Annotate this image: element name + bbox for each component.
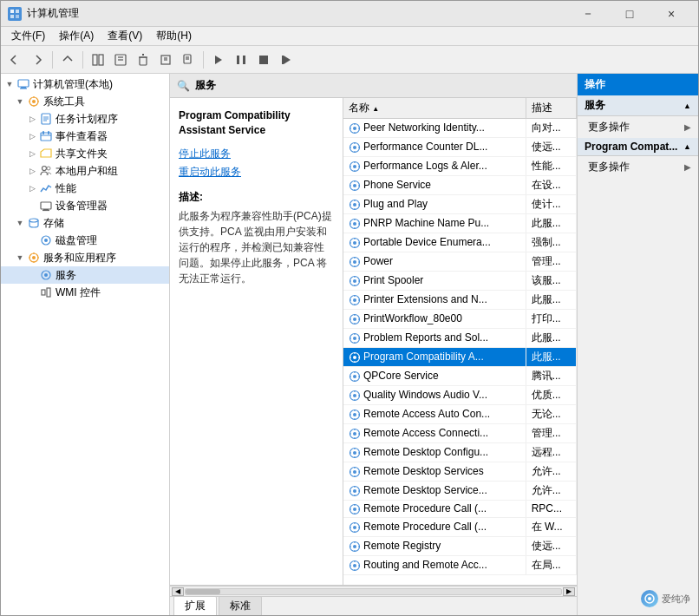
expander-shared[interactable]: ▷ <box>25 147 39 161</box>
service-icon <box>349 141 363 153</box>
sidebar-item-device-manager[interactable]: 设备管理器 <box>1 197 169 214</box>
sidebar-item-performance[interactable]: ▷ 性能 <box>1 180 169 197</box>
sidebar-item-services-apps[interactable]: ▼ 服务和应用程序 <box>1 249 169 266</box>
pause-service-button[interactable] <box>231 49 252 70</box>
service-desc-cell: 在局... <box>526 555 576 574</box>
sidebar-item-wmi[interactable]: WMI 控件 <box>1 284 169 301</box>
services-apps-icon <box>27 251 41 265</box>
restart-service-button[interactable] <box>276 49 297 70</box>
maximize-button[interactable]: □ <box>610 1 650 27</box>
services-list[interactable]: 名称 ▲ 描述 Peer Networking Identity...向对...… <box>343 98 577 585</box>
sidebar-item-disk-management[interactable]: 磁盘管理 <box>1 232 169 249</box>
minimize-button[interactable]: － <box>568 1 608 27</box>
action-more-program[interactable]: 更多操作 ▶ <box>578 156 698 178</box>
scroll-right-btn[interactable]: ▶ <box>563 587 575 596</box>
computer-icon <box>16 77 30 91</box>
table-row[interactable]: Remote Desktop Configu...远程... <box>343 443 577 462</box>
svg-point-186 <box>353 526 356 529</box>
table-row[interactable]: PNRP Machine Name Pu...此服... <box>343 214 577 233</box>
table-row[interactable]: Remote Procedure Call (...在 W... <box>343 517 577 536</box>
table-row[interactable]: Remote Access Auto Con...无论... <box>343 405 577 424</box>
sidebar-item-task-scheduler[interactable]: ▷ 任务计划程序 <box>1 110 169 128</box>
expander-system[interactable]: ▼ <box>13 95 27 108</box>
table-row[interactable]: PrintWorkflow_80e00打印... <box>343 310 577 329</box>
close-button[interactable]: × <box>651 1 691 27</box>
service-name-cell: Routing and Remote Acc... <box>343 555 526 574</box>
table-row[interactable]: Printer Extensions and N...此服... <box>343 291 577 310</box>
service-desc-cell: RPC... <box>526 501 576 518</box>
sidebar-item-services[interactable]: 服务 <box>1 266 169 284</box>
expander-perf[interactable]: ▷ <box>25 181 39 195</box>
center-panel: 🔍 服务 Program Compatibility Assistant Ser… <box>170 74 577 615</box>
stop-service-link[interactable]: 停止此服务 <box>179 147 334 161</box>
service-desc-cell: 管理... <box>526 252 576 272</box>
table-row[interactable]: Portable Device Enumera...强制... <box>343 233 577 252</box>
table-row[interactable]: Remote Registry使远... <box>343 536 577 555</box>
table-row[interactable]: Remote Desktop Service...允许... <box>343 482 577 501</box>
col-desc[interactable]: 描述 <box>526 98 576 119</box>
sort-arrow-name: ▲ <box>372 105 379 113</box>
stop-service-button[interactable] <box>253 49 274 70</box>
expander-computer[interactable]: ▼ <box>3 77 16 91</box>
service-name-cell: Program Compatibility A... <box>343 348 526 367</box>
col-name[interactable]: 名称 ▲ <box>343 98 526 119</box>
svg-rect-37 <box>41 133 51 141</box>
start-service-button[interactable] <box>208 49 229 70</box>
scroll-left-btn[interactable]: ◀ <box>172 587 184 596</box>
expander-services-apps[interactable]: ▼ <box>13 251 27 265</box>
sidebar-item-shared-folders[interactable]: ▷ 共享文件夹 <box>1 145 169 162</box>
menu-view[interactable]: 查看(V) <box>101 27 149 45</box>
expander-users[interactable]: ▷ <box>25 164 39 178</box>
table-row[interactable]: Performance Counter DL...使远... <box>343 138 577 157</box>
new-button[interactable] <box>178 49 199 70</box>
menu-help[interactable]: 帮助(H) <box>149 27 199 45</box>
tab-standard[interactable]: 标准 <box>219 596 262 615</box>
table-row[interactable]: Peer Networking Identity...向对... <box>343 119 577 138</box>
sidebar-item-computer[interactable]: ▼ 计算机管理(本地) <box>1 75 169 93</box>
action-more-services[interactable]: 更多操作 ▶ <box>578 116 698 138</box>
table-row[interactable]: Problem Reports and Sol...此服... <box>343 329 577 348</box>
service-name-cell: Print Spooler <box>343 272 526 291</box>
show-hide-button[interactable] <box>88 49 108 70</box>
table-row[interactable]: Phone Service在设... <box>343 176 577 195</box>
sidebar-item-system-tools[interactable]: ▼ 系统工具 <box>1 93 169 110</box>
table-row[interactable]: Quality Windows Audio V...优质... <box>343 386 577 405</box>
table-row[interactable]: Routing and Remote Acc...在局... <box>343 555 577 574</box>
scroll-thumb[interactable] <box>186 589 220 594</box>
table-row[interactable]: Performance Logs & Aler...性能... <box>343 157 577 176</box>
delete-button[interactable] <box>133 49 154 70</box>
table-row[interactable]: Remote Desktop Services允许... <box>343 462 577 482</box>
sidebar-item-storage[interactable]: ▼ 存储 <box>1 214 169 232</box>
table-row[interactable]: Power管理... <box>343 252 577 272</box>
back-button[interactable] <box>4 49 25 70</box>
sidebar-item-local-users[interactable]: ▷ 本地用户和组 <box>1 162 169 180</box>
properties-button[interactable] <box>110 49 131 70</box>
export-button[interactable] <box>155 49 176 70</box>
services-icon <box>39 268 53 282</box>
restart-service-link[interactable]: 重启动此服务 <box>179 165 334 180</box>
table-row[interactable]: Remote Procedure Call (...RPC... <box>343 501 577 518</box>
menu-file[interactable]: 文件(F) <box>4 27 52 45</box>
expander-event[interactable]: ▷ <box>25 129 39 143</box>
expander-task[interactable]: ▷ <box>25 112 39 126</box>
service-name-cell: Remote Procedure Call (... <box>343 517 526 536</box>
menu-action[interactable]: 操作(A) <box>52 27 101 45</box>
scroll-track[interactable] <box>185 588 562 595</box>
table-row[interactable]: Print Spooler该服... <box>343 272 577 291</box>
table-row[interactable]: QPCore Service腾讯... <box>343 367 577 386</box>
expander-storage[interactable]: ▼ <box>13 216 27 230</box>
horizontal-scrollbar[interactable]: ◀ ▶ <box>170 586 577 596</box>
forward-button[interactable] <box>27 49 48 70</box>
service-name-cell: PrintWorkflow_80e00 <box>343 310 526 329</box>
tab-extended[interactable]: 扩展 <box>173 596 217 615</box>
svg-rect-4 <box>93 55 97 65</box>
up-button[interactable] <box>57 49 78 70</box>
service-name-cell: Power <box>343 252 526 272</box>
table-row[interactable]: Program Compatibility A...此服... <box>343 348 577 367</box>
svg-rect-3 <box>16 15 19 18</box>
sidebar-item-event-viewer[interactable]: ▷ 事件查看器 <box>1 128 169 145</box>
service-icon <box>349 351 363 363</box>
table-row[interactable]: Plug and Play使计... <box>343 195 577 214</box>
table-row[interactable]: Remote Access Connecti...管理... <box>343 424 577 443</box>
svg-point-192 <box>353 545 356 548</box>
